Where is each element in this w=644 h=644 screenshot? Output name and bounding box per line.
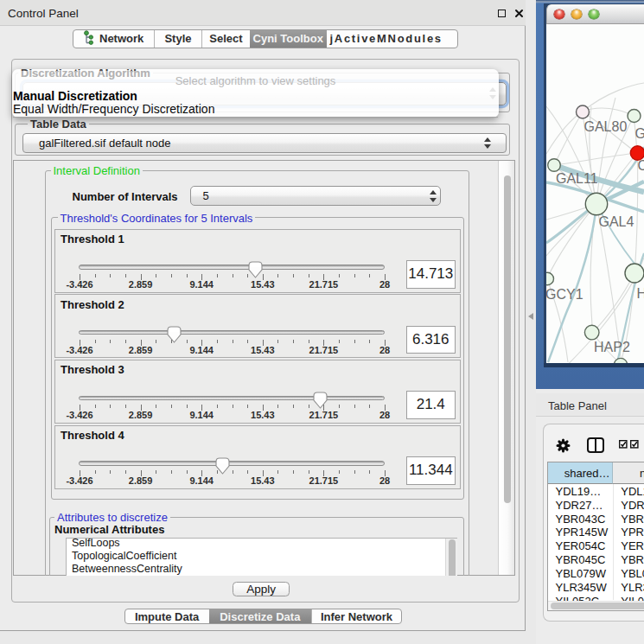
svg-text:GAL4: GAL4 bbox=[599, 214, 634, 229]
svg-text:GAL3: GAL3 bbox=[635, 126, 644, 141]
svg-text:HIS4: HIS4 bbox=[637, 286, 644, 301]
svg-text:GAL80: GAL80 bbox=[584, 119, 628, 134]
svg-text:HAP2: HAP2 bbox=[594, 340, 630, 354]
svg-text:CDC1: CDC1 bbox=[638, 158, 644, 173]
svg-text:GAL11: GAL11 bbox=[556, 171, 598, 186]
svg-text:GCY1: GCY1 bbox=[546, 287, 583, 302]
